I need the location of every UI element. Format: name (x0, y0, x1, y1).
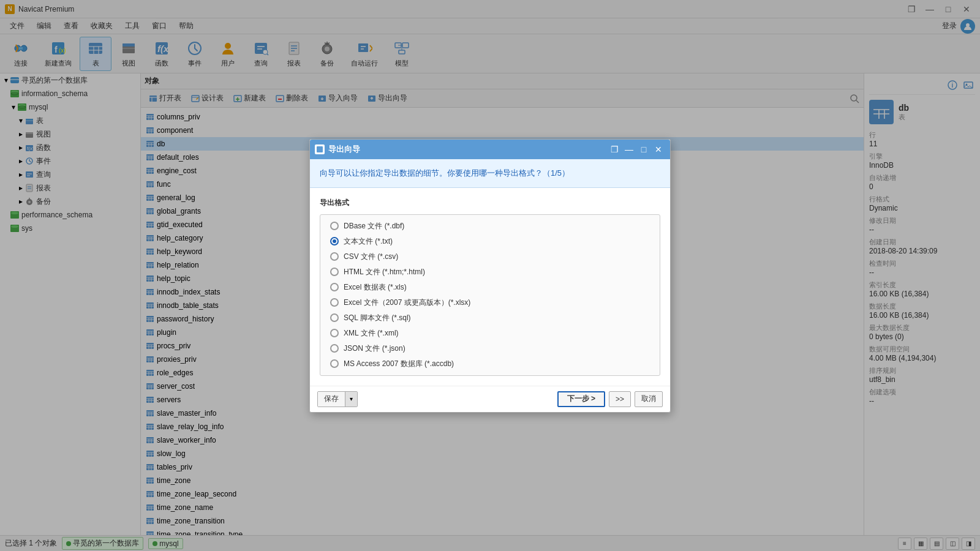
format-option-csv[interactable]: CSV 文件 (*.csv) (330, 252, 650, 262)
format-label-accdb: MS Access 2007 数据库 (*.accdb) (344, 359, 454, 369)
radio-dbf[interactable] (330, 222, 339, 230)
dialog-section-title: 导出格式 (320, 198, 660, 208)
radio-sql[interactable] (330, 313, 339, 322)
format-option-xls[interactable]: Excel 数据表 (*.xls) (330, 282, 650, 293)
format-label-txt: 文本文件 (*.txt) (344, 236, 393, 247)
format-option-dbf[interactable]: DBase 文件 (*.dbf) (330, 221, 650, 231)
dialog-controls: ❐ — □ ✕ (608, 143, 665, 156)
format-label-dbf: DBase 文件 (*.dbf) (344, 221, 404, 231)
radio-txt[interactable] (330, 237, 339, 246)
dialog-overlay: 导出向导 ❐ — □ ✕ 向导可以让你指定导出数据的细节。你要使用哪一种导出格式… (0, 0, 980, 551)
dialog-close-btn[interactable]: ✕ (652, 143, 665, 156)
dialog-header-text: 向导可以让你指定导出数据的细节。你要使用哪一种导出格式？（1/5） (310, 159, 670, 188)
radio-xlsx[interactable] (330, 298, 339, 307)
format-label-html: HTML 文件 (*.htm;*.html) (344, 267, 425, 277)
next-button[interactable]: 下一步 > (557, 391, 605, 407)
format-option-accdb[interactable]: MS Access 2007 数据库 (*.accdb) (330, 359, 650, 369)
format-label-xml: XML 文件 (*.xml) (344, 328, 399, 339)
save-main-label[interactable]: 保存 (318, 392, 345, 407)
save-button[interactable]: 保存 ▾ (317, 391, 358, 407)
format-option-sql[interactable]: SQL 脚本文件 (*.sql) (330, 313, 650, 323)
dialog-restore-btn[interactable]: ❐ (608, 143, 621, 156)
dialog-title-text: 导出向导 (328, 144, 604, 155)
dialog-icon (315, 144, 325, 154)
format-label-sql: SQL 脚本文件 (*.sql) (344, 313, 411, 323)
radio-html[interactable] (330, 268, 339, 276)
format-label-json: JSON 文件 (*.json) (344, 343, 405, 354)
radio-xls[interactable] (330, 283, 339, 291)
format-label-csv: CSV 文件 (*.csv) (344, 252, 398, 262)
dialog-minimize-btn[interactable]: — (622, 143, 636, 156)
format-option-json[interactable]: JSON 文件 (*.json) (330, 343, 650, 354)
format-option-xml[interactable]: XML 文件 (*.xml) (330, 328, 650, 339)
svg-rect-261 (317, 146, 323, 152)
dialog-title-bar: 导出向导 ❐ — □ ✕ (310, 140, 670, 159)
format-label-xlsx: Excel 文件（2007 或更高版本）(*.xlsx) (344, 298, 470, 308)
format-option-html[interactable]: HTML 文件 (*.htm;*.html) (330, 267, 650, 277)
format-label-xls: Excel 数据表 (*.xls) (344, 282, 407, 293)
export-wizard-dialog: 导出向导 ❐ — □ ✕ 向导可以让你指定导出数据的细节。你要使用哪一种导出格式… (309, 139, 671, 413)
radio-csv[interactable] (330, 252, 339, 261)
save-dropdown-arrow[interactable]: ▾ (345, 392, 357, 407)
radio-xml[interactable] (330, 329, 339, 337)
skip-button[interactable]: >> (609, 391, 631, 407)
dialog-maximize-btn[interactable]: □ (637, 143, 650, 156)
dialog-body: 导出格式 DBase 文件 (*.dbf) 文本文件 (*.txt) CSV 文… (310, 188, 670, 386)
dialog-format-options: DBase 文件 (*.dbf) 文本文件 (*.txt) CSV 文件 (*.… (320, 214, 660, 376)
radio-accdb[interactable] (330, 359, 339, 368)
cancel-button[interactable]: 取消 (635, 391, 663, 407)
dialog-footer: 保存 ▾ 下一步 > >> 取消 (310, 386, 670, 412)
format-option-txt[interactable]: 文本文件 (*.txt) (330, 236, 650, 247)
format-option-xlsx[interactable]: Excel 文件（2007 或更高版本）(*.xlsx) (330, 298, 650, 308)
radio-json[interactable] (330, 344, 339, 353)
